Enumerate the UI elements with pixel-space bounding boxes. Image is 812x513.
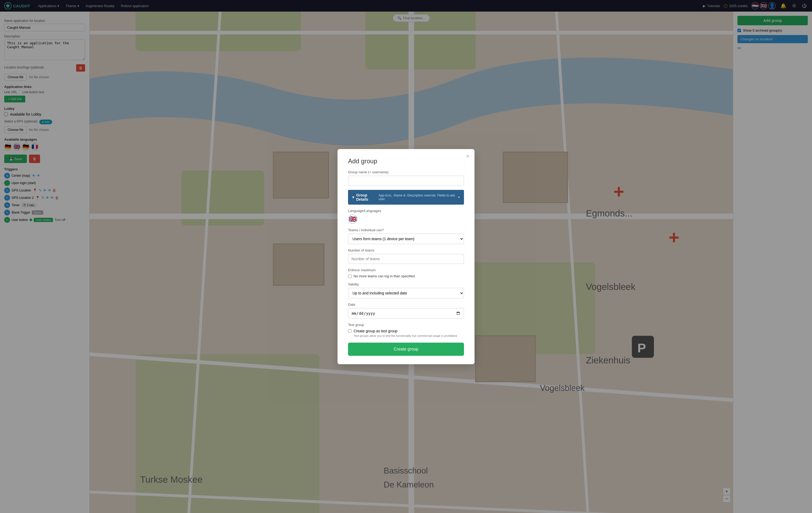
enforce-checkbox[interactable] — [348, 275, 351, 278]
modal-language-flag[interactable]: 🇬🇧 — [348, 214, 357, 224]
test-group-row: Create group as test group Test groups a… — [348, 329, 464, 337]
num-teams-label: Number of teams — [348, 248, 464, 252]
chevron-down-icon: ▾ — [352, 195, 354, 199]
enforce-checkbox-label: No more teams can log in than specified. — [354, 274, 416, 278]
date-input[interactable] — [348, 308, 464, 319]
enforce-label: Enforce maximum — [348, 268, 464, 272]
test-group-checkbox[interactable] — [348, 329, 351, 333]
language-label: Language/Languages — [348, 209, 464, 213]
create-group-btn[interactable]: Create group — [348, 342, 464, 356]
teams-select[interactable]: Users form teams (1 device per team) Ind… — [348, 234, 464, 244]
add-group-modal: × Add group Group name (= username) ▾ Gr… — [338, 149, 474, 364]
modal-close-btn[interactable]: × — [466, 153, 469, 159]
modal-overlay[interactable]: × Add group Group name (= username) ▾ Gr… — [0, 0, 812, 513]
test-group-label: Test group — [348, 323, 464, 327]
teams-label: Teams / Individual use? — [348, 228, 464, 232]
num-teams-input[interactable] — [348, 254, 464, 264]
group-name-input[interactable] — [348, 176, 464, 186]
validity-select[interactable]: Up to and including selected date Unlimi… — [348, 288, 464, 298]
modal-title: Add group — [348, 157, 464, 165]
group-details-bar[interactable]: ▾ Group Details App-Icon, -Name & -Descr… — [348, 190, 464, 205]
validity-label: Validity — [348, 282, 464, 286]
test-group-note: Test groups allow you to test the functi… — [354, 334, 464, 337]
chevron-down-icon-right: ▾ — [458, 195, 460, 199]
date-label: Date — [348, 303, 464, 306]
group-name-label: Group name (= username) — [348, 170, 464, 174]
test-group-checkbox-label: Create group as test group — [354, 329, 398, 333]
enforce-row: No more teams can log in than specified. — [348, 274, 464, 278]
